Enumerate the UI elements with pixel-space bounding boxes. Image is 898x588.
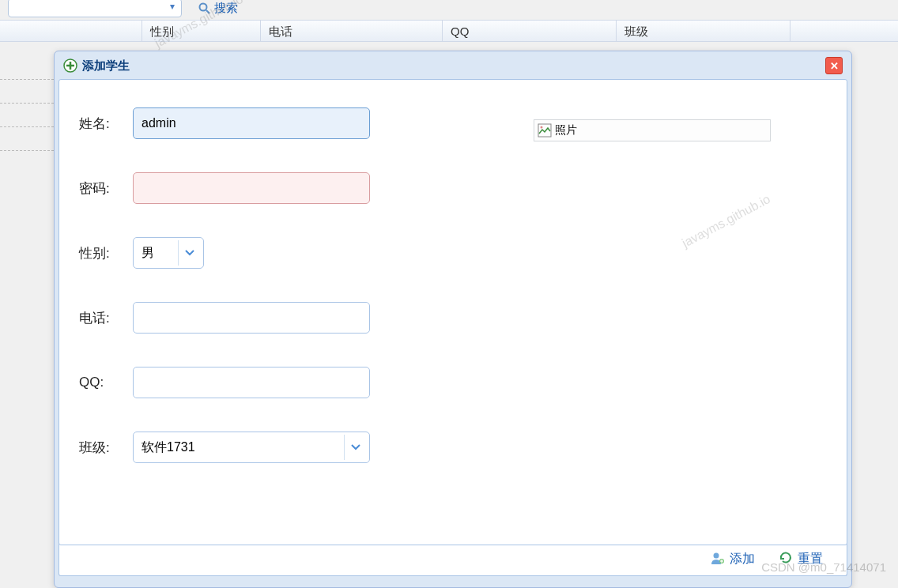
th-blank (0, 21, 142, 41)
class-label: 班级: (79, 439, 133, 457)
class-select[interactable]: 软件1731 (133, 432, 370, 463)
svg-line-1 (206, 10, 209, 13)
user-add-icon (711, 551, 725, 568)
close-button[interactable]: ✕ (825, 57, 843, 74)
add-student-dialog: 添加学生 ✕ 姓名: 密码: 性别: 男 电话: (54, 51, 852, 588)
gender-label: 性别: (79, 244, 133, 262)
gender-select[interactable]: 男 (133, 237, 204, 269)
svg-point-6 (541, 126, 543, 129)
add-button[interactable]: 添加 (711, 551, 755, 568)
dialog-title: 添加学生 (82, 58, 130, 74)
class-value: 软件1731 (141, 439, 195, 456)
search-icon (198, 2, 210, 14)
add-button-label: 添加 (730, 551, 755, 567)
table-header: 性别 电话 QQ 班级 (0, 20, 898, 42)
photo-upload[interactable]: 照片 (534, 119, 771, 141)
th-class: 班级 (617, 21, 790, 41)
qq-input[interactable] (133, 367, 370, 398)
phone-input[interactable] (133, 302, 370, 334)
svg-point-0 (200, 4, 207, 11)
plus-icon (63, 58, 77, 73)
password-input[interactable] (133, 172, 370, 204)
row-divider (0, 103, 54, 104)
top-filter-select[interactable] (8, 0, 182, 17)
th-phone: 电话 (261, 21, 443, 41)
search-label: 搜索 (214, 1, 238, 16)
row-divider (0, 126, 54, 127)
csdn-watermark: CSDN @m0_71414071 (761, 560, 886, 574)
phone-label: 电话: (79, 309, 133, 327)
name-input[interactable] (133, 107, 370, 139)
row-divider (0, 79, 54, 80)
th-gender: 性别 (142, 21, 261, 41)
name-label: 姓名: (79, 115, 133, 133)
qq-label: QQ: (79, 375, 133, 390)
row-divider (0, 150, 54, 151)
search-button[interactable]: 搜索 (198, 1, 238, 16)
th-qq: QQ (443, 21, 617, 41)
chevron-down-icon (344, 435, 366, 460)
close-icon: ✕ (830, 60, 839, 72)
password-label: 密码: (79, 179, 133, 198)
chevron-down-icon (178, 240, 200, 266)
photo-label: 照片 (555, 123, 577, 138)
broken-image-icon (538, 123, 552, 138)
svg-point-7 (714, 552, 719, 558)
gender-value: 男 (141, 245, 154, 262)
